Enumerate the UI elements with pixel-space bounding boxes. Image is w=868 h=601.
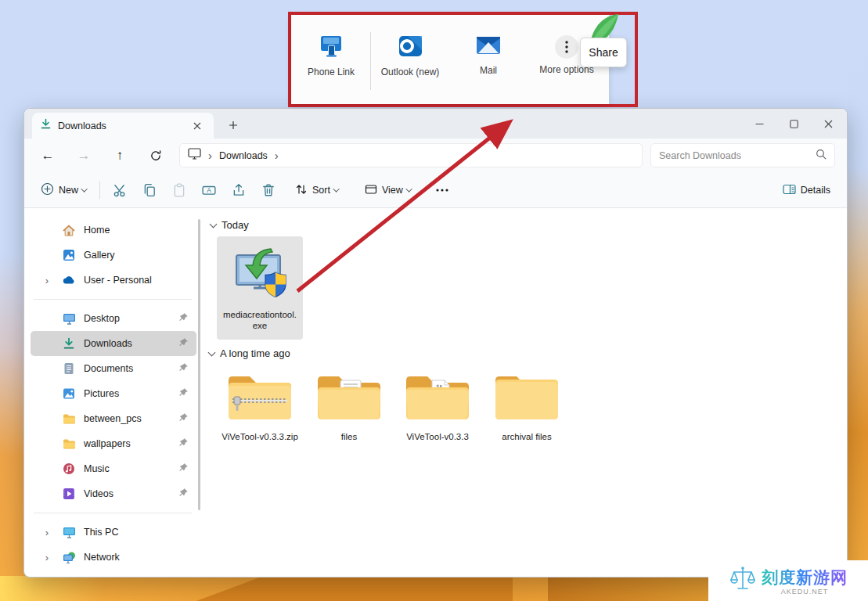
delete-button[interactable] — [254, 177, 283, 203]
pin-icon — [178, 412, 189, 425]
tab-title: Downloads — [58, 121, 182, 131]
share-button[interactable] — [224, 177, 254, 203]
share-target-outlook[interactable]: Outlook (new) — [371, 15, 449, 104]
minimize-button[interactable] — [742, 109, 776, 139]
share-flyout: Phone Link Outlook (new) Mail — [291, 15, 609, 104]
share-tooltip: Share — [580, 38, 627, 67]
share-target-phone-link[interactable]: Phone Link — [291, 15, 371, 104]
sort-button[interactable]: Sort — [288, 178, 347, 203]
folder-archival-files[interactable]: archival files — [484, 365, 570, 442]
sidebar-item-downloads[interactable]: Downloads — [31, 331, 196, 356]
maximize-button[interactable] — [776, 109, 811, 139]
section-header-long-time-ago[interactable]: A long time ago — [209, 347, 290, 359]
breadcrumb-chevron-icon: › — [208, 149, 212, 162]
pin-icon — [178, 462, 189, 475]
view-button-label: View — [382, 185, 403, 196]
pin-icon — [178, 488, 189, 500]
download-icon — [62, 337, 76, 350]
gallery-icon — [62, 249, 76, 261]
document-icon — [62, 362, 76, 375]
folder-icon — [492, 371, 562, 427]
sidebar-item-home[interactable]: Home — [31, 218, 196, 243]
expand-chevron-icon[interactable]: › — [40, 527, 54, 538]
sidebar-item-network[interactable]: › Network — [31, 545, 196, 570]
section-header-today[interactable]: Today — [211, 219, 249, 231]
collapse-chevron-icon[interactable] — [210, 220, 218, 228]
pin-icon — [178, 387, 189, 400]
section-title: A long time ago — [220, 347, 290, 359]
sidebar-scrollbar[interactable] — [198, 219, 200, 510]
sidebar-item-wallpapers[interactable]: wallpapers — [31, 431, 196, 456]
zip-folder-icon — [225, 371, 295, 427]
see-more-button[interactable] — [427, 177, 457, 203]
tab-downloads[interactable]: Downloads — [32, 113, 214, 139]
forward-button[interactable]: → — [71, 143, 96, 168]
new-button-label: New — [59, 185, 78, 196]
new-tab-button[interactable] — [225, 117, 242, 134]
sidebar-item-between-pcs[interactable]: between_pcs — [31, 406, 196, 431]
pin-icon — [178, 437, 189, 450]
rename-button[interactable]: A — [194, 177, 224, 203]
new-button[interactable]: New — [34, 178, 95, 203]
folder-with-app-icon — [402, 371, 473, 427]
home-icon — [62, 225, 76, 236]
search-icon[interactable] — [816, 149, 827, 163]
window-body: Home Gallery › — [24, 208, 847, 578]
videos-icon — [62, 488, 76, 500]
pin-icon — [178, 362, 189, 375]
file-name: ViVeTool-v0.3.3 — [398, 431, 477, 442]
chevron-down-icon — [333, 185, 339, 192]
share-target-mail[interactable]: Mail — [449, 15, 528, 104]
folder-vivetool-zip[interactable]: ViVeTool-v0.3.3.zip — [217, 365, 303, 442]
share-tooltip-label: Share — [589, 46, 618, 59]
address-bar[interactable]: › Downloads › — [179, 143, 643, 167]
command-toolbar: New A — [24, 173, 847, 208]
site-watermark: 刻度新游网 AKEDU.NET — [708, 560, 868, 601]
folder-vivetool[interactable]: ViVeTool-v0.3.3 — [394, 365, 481, 442]
phone-link-icon — [319, 34, 344, 61]
details-button[interactable]: Details — [776, 179, 837, 202]
sidebar-item-documents[interactable]: Documents — [31, 356, 196, 381]
tab-bar: Downloads — [24, 109, 847, 139]
svg-text:A: A — [207, 186, 211, 194]
expand-chevron-icon[interactable]: › — [40, 552, 54, 563]
file-name: ViVeTool-v0.3.3.zip — [221, 431, 299, 442]
back-button[interactable]: ← — [35, 143, 60, 168]
details-button-label: Details — [801, 185, 830, 196]
file-mediacreationtool-exe[interactable]: mediacreationtool.exe — [217, 236, 303, 340]
file-name: archival files — [488, 431, 566, 442]
share-flyout-highlight: Phone Link Outlook (new) Mail — [288, 12, 638, 107]
sidebar-item-music[interactable]: Music — [31, 456, 196, 481]
folder-with-files-icon — [314, 371, 384, 427]
refresh-button[interactable] — [143, 143, 168, 168]
sidebar-item-videos[interactable]: Videos — [31, 481, 196, 506]
collapse-chevron-icon[interactable] — [208, 348, 216, 356]
wallpaper-triangle — [548, 576, 712, 601]
view-button[interactable]: View — [358, 179, 420, 202]
paste-button[interactable] — [164, 177, 194, 203]
sidebar-item-pictures[interactable]: Pictures — [31, 381, 196, 406]
tab-close-icon[interactable] — [189, 117, 206, 135]
navigation-bar: ← → ↑ › Downloads › — [24, 139, 847, 173]
this-pc-icon — [62, 527, 76, 538]
sidebar-item-onedrive-personal[interactable]: › User - Personal — [31, 268, 196, 293]
breadcrumb-downloads[interactable]: Downloads — [219, 150, 268, 161]
close-button[interactable] — [811, 109, 845, 139]
sidebar-item-this-pc[interactable]: › This PC — [31, 520, 196, 545]
sidebar-item-desktop[interactable]: Desktop — [31, 306, 196, 331]
share-flyout-divider — [370, 32, 371, 90]
share-target-label: Outlook (new) — [381, 67, 440, 77]
music-icon — [62, 462, 76, 475]
expand-chevron-icon[interactable]: › — [40, 275, 54, 286]
navigation-pane: Home Gallery › — [24, 208, 203, 578]
search-box[interactable] — [650, 143, 835, 167]
file-explorer-window: Downloads ← → ↑ — [23, 108, 848, 578]
cut-button[interactable] — [105, 177, 135, 203]
search-input[interactable] — [659, 150, 816, 161]
desktop-icon — [62, 313, 76, 325]
copy-button[interactable] — [135, 177, 164, 203]
outlook-icon — [397, 34, 423, 61]
folder-files[interactable]: files — [306, 365, 392, 442]
up-button[interactable]: ↑ — [107, 143, 132, 168]
sidebar-item-gallery[interactable]: Gallery — [31, 243, 196, 268]
